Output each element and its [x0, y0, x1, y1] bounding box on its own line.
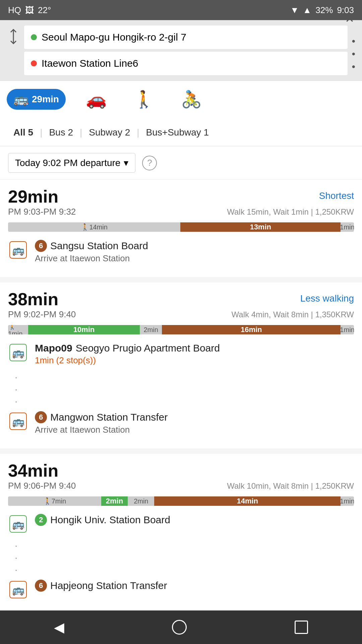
route-2-badge: Less walking [300, 293, 354, 304]
route-2-header: 38min Less walking [8, 290, 354, 308]
bike-mode-button[interactable]: 🚴 [174, 86, 208, 112]
route-2-step-1-icon: 🚌 [8, 342, 28, 363]
route-2-step-1-info: Mapo09 Seogyo Prugio Apartment Board 1mi… [35, 342, 354, 366]
route-3-timerange: PM 9:06-PM 9:40 [8, 481, 76, 491]
filter-tabs: All 5 | Bus 2 | Subway 2 | Bus+Subway 1 [0, 119, 362, 146]
search-more-menu[interactable]: ••• [352, 25, 355, 72]
recents-square-icon [295, 621, 308, 634]
route-3-step-2-info: 6 Hapjeong Station Transfer [35, 580, 354, 592]
search-area: Seoul Mapo-gu Hongik-ro 2-gil 7 Itaewon … [0, 20, 362, 80]
seg-subway6-3: 14min [154, 496, 341, 506]
seg-transfer-2: 2min [140, 325, 162, 334]
route-2-connector: ··· [13, 370, 354, 409]
route-1-step-arrive: Arrive at Itaewon Station [35, 253, 354, 264]
seg-end-3: 1min [341, 496, 354, 506]
walk-mode-button[interactable]: 🚶 [127, 86, 161, 112]
battery: 32% [315, 5, 333, 15]
filter-all[interactable]: All 5 [8, 124, 39, 141]
signal-icon: ▲ [303, 5, 312, 15]
hongik-label: Hongik Univ. Station Board [50, 514, 170, 526]
bus-orange-icon-2: 🚌 [9, 413, 27, 430]
route-1-badge: Shortest [319, 191, 354, 201]
home-button[interactable] [172, 620, 187, 635]
route-3-header: 34min [8, 462, 354, 479]
route-2-step-2-info: 6 Mangwon Station Transfer Arrive at Ita… [35, 411, 354, 435]
seg-subway6-1: 13min [180, 222, 341, 232]
route-1-progress: 🚶14min 13min 1min [8, 222, 354, 232]
route-3-step-2-title: 6 Hapjeong Station Transfer [35, 580, 354, 592]
route-3-step-1-info: 2 Hongik Univ. Station Board [35, 514, 354, 526]
route-1-header: 29min Shortest [8, 188, 354, 205]
route-3-step-1-icon: 🚌 [8, 514, 28, 534]
route-1-duration: 29min [8, 188, 58, 205]
help-button[interactable]: ? [142, 156, 157, 170]
route-3-step-1: 🚌 2 Hongik Univ. Station Board [8, 514, 354, 534]
line-6-badge-2: 6 [35, 411, 47, 423]
dots-icon-2: ··· [15, 538, 17, 577]
route-1-step-info: 6 Sangsu Station Board Arrive at Itaewon… [35, 240, 354, 264]
transit-mode-button[interactable]: 🚌 29min [7, 89, 66, 110]
line-6-badge: 6 [35, 240, 47, 252]
route-2-step-1: 🚌 Mapo09 Seogyo Prugio Apartment Board 1… [8, 342, 354, 366]
nav-bar: ◀ [0, 610, 362, 644]
route-card-2[interactable]: 38min Less walking PM 9:02-PM 9:40 Walk … [0, 282, 362, 448]
filter-bus[interactable]: Bus 2 [44, 124, 78, 141]
bus-mode-icon: 🚌 [13, 92, 28, 106]
destination-dot [31, 60, 37, 66]
route-2-duration: 38min [8, 290, 58, 308]
search-inputs: Seoul Mapo-gu Hongik-ro 2-gil 7 Itaewon … [24, 25, 348, 75]
status-left: HQ 🖼 22° [8, 5, 51, 15]
route-1-details: Walk 15min, Wait 1min | 1,250KRW [227, 207, 354, 217]
swap-icon[interactable] [7, 25, 20, 45]
departure-button[interactable]: Today 9:02 PM departure ▾ [8, 153, 135, 173]
route-3-progress: 🚶7min 2min 2min 14min 1min [8, 496, 354, 506]
filter-subway[interactable]: Subway 2 [83, 124, 135, 141]
route-2-step-2-icon: 🚌 [8, 411, 28, 431]
car-icon: 🚗 [86, 90, 107, 109]
car-mode-button[interactable]: 🚗 [79, 86, 113, 112]
mapo09-location: Seogyo Prugio Apartment Board [76, 342, 220, 354]
destination-text: Itaewon Station Line6 [42, 58, 138, 69]
seg-end-1: 1min [341, 222, 354, 232]
line-2-badge: 2 [35, 514, 47, 526]
departure-label: Today 9:02 PM departure [15, 158, 120, 168]
close-button[interactable]: × [345, 10, 354, 27]
route-2-sub: PM 9:02-PM 9:40 Walk 4min, Wait 8min | 1… [8, 309, 354, 320]
route-1-step-icon: 🚌 [8, 240, 28, 260]
route-card-3[interactable]: 34min PM 9:06-PM 9:40 Walk 10min, Wait 8… [0, 454, 362, 613]
image-icon: 🖼 [25, 5, 34, 15]
home-circle-icon [172, 620, 187, 635]
recents-button[interactable] [295, 621, 308, 634]
dots-icon: ··· [15, 370, 17, 409]
wifi-icon: ▼ [290, 5, 299, 15]
hq-indicator: HQ [8, 5, 21, 15]
route-card-1[interactable]: 29min Shortest PM 9:03-PM 9:32 Walk 15mi… [0, 180, 362, 277]
back-button[interactable]: ◀ [54, 620, 64, 635]
chevron-down-icon: ▾ [124, 157, 128, 168]
origin-input[interactable]: Seoul Mapo-gu Hongik-ro 2-gil 7 [24, 25, 348, 49]
hapjeong-label: Hapjeong Station Transfer [50, 580, 167, 591]
status-bar: HQ 🖼 22° ▼ ▲ 32% 9:03 [0, 0, 362, 20]
route-3-sub: PM 9:06-PM 9:40 Walk 10min, Wait 8min | … [8, 481, 354, 491]
route-3-step-2: 🚌 6 Hapjeong Station Transfer [8, 580, 354, 600]
route-2-step-2-arrive: Arrive at Itaewon Station [35, 425, 354, 435]
route-2-timerange: PM 9:02-PM 9:40 [8, 309, 76, 320]
origin-dot [31, 34, 37, 40]
route-1-sub: PM 9:03-PM 9:32 Walk 15min, Wait 1min | … [8, 207, 354, 217]
filter-bus-subway[interactable]: Bus+Subway 1 [141, 124, 215, 141]
route-1-timerange: PM 9:03-PM 9:32 [8, 207, 76, 217]
transit-time: 29min [32, 94, 59, 105]
departure-row: Today 9:02 PM departure ▾ ? [0, 146, 362, 180]
walk-icon: 🚶 [133, 90, 154, 109]
mode-selector: 🚌 29min 🚗 🚶 🚴 [0, 80, 362, 118]
route-2-progress: 🚶1min 10min 2min 16min 1min [8, 325, 354, 334]
mapo09-label: Mapo09 [35, 342, 72, 354]
route-3-connector: ··· [13, 538, 354, 577]
back-icon: ◀ [54, 620, 64, 635]
route-1-step-board: Sangsu Station Board [50, 240, 148, 252]
destination-input[interactable]: Itaewon Station Line6 [24, 52, 348, 75]
bus-orange-icon: 🚌 [9, 241, 27, 259]
mangwon-label: Mangwon Station Transfer [50, 412, 168, 423]
temperature: 22° [38, 5, 51, 15]
seg-end-2: 1min [341, 325, 354, 334]
